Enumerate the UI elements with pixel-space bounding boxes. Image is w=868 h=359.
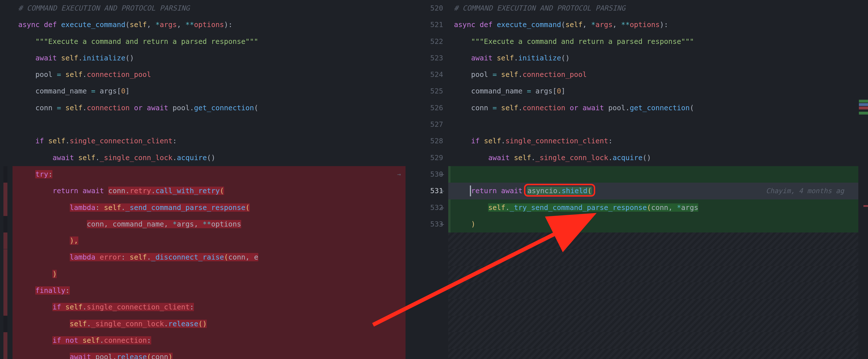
line-number[interactable]: 521 [405,17,443,33]
text-cursor [470,185,471,196]
code-line[interactable]: async def execute_command(self, *args, *… [448,17,858,33]
left-gutter-strip [0,0,12,359]
current-line-arrow-icon: → [395,166,403,183]
code-line-removed[interactable]: return await conn.retry.call_with_retry( [12,183,405,199]
diff-view: # COMMAND EXECUTION AND PROTOCOL PARSING… [0,0,868,359]
code-line[interactable]: command_name = args[0] [12,83,405,99]
line-number[interactable]: 527 [405,116,443,133]
code-line[interactable]: pool = self.connection_pool [12,66,405,83]
code-line-removed[interactable]: if self.single_connection_client: [12,299,405,316]
diff-filler [448,266,858,282]
code-line-added[interactable] [448,166,858,183]
code-line[interactable] [448,116,858,133]
code-line[interactable]: await self.initialize() [448,50,858,66]
code-line-added[interactable]: ) [448,216,858,233]
code-line[interactable]: """Execute a command and return a parsed… [12,33,405,50]
code-line[interactable]: await self._single_conn_lock.acquire() [12,150,405,166]
line-number[interactable]: 533 [405,216,443,233]
diff-filler [448,249,858,266]
code-line[interactable]: """Execute a command and return a parsed… [448,33,858,50]
line-number[interactable]: 520 [405,0,443,17]
code-line[interactable]: if self.single_connection_client: [448,133,858,149]
diff-filler [448,282,858,299]
code-line[interactable]: if self.single_connection_client: [12,133,405,149]
line-number[interactable]: 524 [405,66,443,83]
line-number[interactable]: 525 [405,83,443,99]
code-line[interactable]: # COMMAND EXECUTION AND PROTOCOL PARSING [12,0,405,17]
line-number[interactable]: 530→ [405,166,443,183]
diff-filler [448,349,858,359]
diff-filler [448,233,858,249]
code-line[interactable]: command_name = args[0] [448,83,858,99]
code-line-removed[interactable]: self._single_conn_lock.release() [12,316,405,332]
line-number[interactable]: 529 [405,150,443,166]
left-diff-pane[interactable]: # COMMAND EXECUTION AND PROTOCOL PARSING… [12,0,405,359]
line-number[interactable]: 528 [405,133,443,149]
code-line-removed[interactable]: ), [12,233,405,249]
code-line-removed[interactable]: if not self.connection: [12,332,405,349]
code-line-removed[interactable]: conn, command_name, *args, **options [12,216,405,233]
minimap-scrollbar[interactable] [859,0,868,359]
line-number-gutter[interactable]: 520521522523524525526527528529530→531532… [405,0,448,359]
right-diff-pane[interactable]: # COMMAND EXECUTION AND PROTOCOL PARSING… [448,0,868,359]
code-line[interactable]: conn = self.connection or await pool.get… [448,100,858,116]
code-line[interactable]: async def execute_command(self, *args, *… [12,17,405,33]
diff-filler [448,332,858,349]
line-number[interactable]: 531 [405,183,443,199]
code-line[interactable]: pool = self.connection_pool [448,66,858,83]
code-line[interactable]: conn = self.connection or await pool.get… [12,100,405,116]
code-line[interactable]: # COMMAND EXECUTION AND PROTOCOL PARSING [448,0,858,17]
code-line-added-current[interactable]: return await asyncio.shield(Chayim, 4 mo… [448,183,858,199]
code-line-added[interactable]: self._try_send_command_parse_response(co… [448,200,858,216]
code-line-removed[interactable]: finally: [12,282,405,299]
code-line-removed[interactable]: ) [12,266,405,282]
git-blame-annotation: Chayim, 4 months ag [766,183,844,199]
line-number[interactable]: 532 [405,200,443,216]
code-line[interactable]: await self._single_conn_lock.acquire() [448,150,858,166]
line-number[interactable]: 526 [405,100,443,116]
diff-filler [448,316,858,332]
line-number[interactable]: 523 [405,50,443,66]
code-line-removed[interactable]: lambda: self._send_command_parse_respons… [12,200,405,216]
code-line-removed[interactable]: try: [12,166,405,183]
code-line[interactable]: await self.initialize() [12,50,405,66]
code-line-removed[interactable]: lambda error: self._disconnect_raise(con… [12,249,405,266]
line-number[interactable]: 522 [405,33,443,50]
code-line[interactable] [12,116,405,133]
code-line-removed[interactable]: await pool.release(conn) [12,349,405,359]
diff-filler [448,299,858,316]
